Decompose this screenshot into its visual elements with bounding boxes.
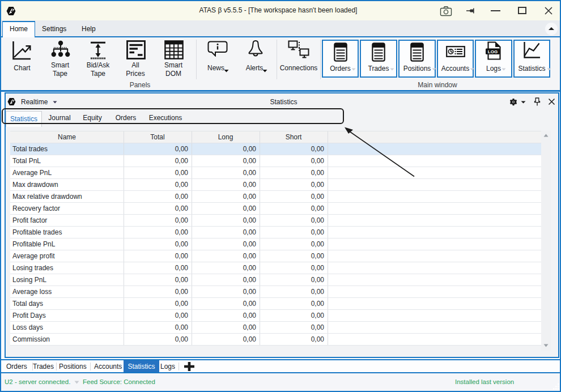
svg-text:LOG: LOG: [488, 49, 498, 54]
